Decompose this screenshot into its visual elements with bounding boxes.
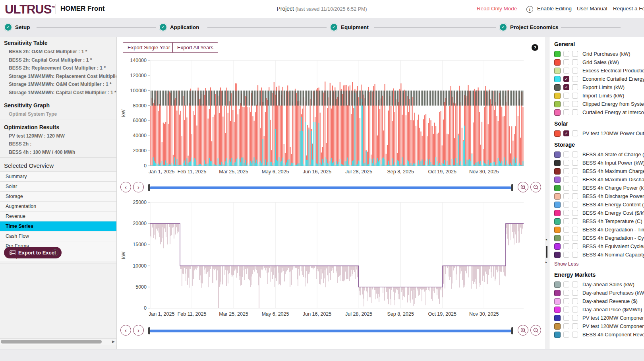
- series-checkbox-2[interactable]: [572, 227, 578, 233]
- series-checkbox-2[interactable]: [572, 177, 578, 182]
- series-checkbox-2[interactable]: [572, 290, 578, 296]
- sidebar-item-cash-flow[interactable]: Cash Flow: [0, 231, 116, 241]
- series-checkbox-2[interactable]: [572, 218, 578, 224]
- range-slider-right-handle[interactable]: [511, 327, 513, 334]
- series-checkbox-1[interactable]: [563, 109, 569, 115]
- range-slider-track[interactable]: [150, 186, 511, 189]
- series-checkbox-2[interactable]: [572, 323, 578, 329]
- series-checkbox-1[interactable]: [563, 210, 569, 216]
- step-project-economics[interactable]: Project Economics: [510, 24, 559, 30]
- sidebar-item-augmentation[interactable]: Augmentation: [0, 201, 116, 211]
- series-checkbox-2[interactable]: [572, 315, 578, 321]
- sidebar-horizontal-scrollbar[interactable]: ▶: [0, 338, 116, 345]
- series-checkbox-2[interactable]: [572, 210, 578, 216]
- series-checkbox-2[interactable]: [572, 243, 578, 249]
- splitter-right-arrow-icon[interactable]: ▸: [545, 260, 547, 264]
- sidebar-section-item[interactable]: BESS 2h :: [0, 140, 116, 148]
- step-equipment[interactable]: Equipment: [341, 24, 369, 30]
- sidebar-section-item[interactable]: BESS 2h: Capital Cost Multiplier : 1 *: [0, 56, 116, 64]
- zoom-out-button[interactable]: [530, 182, 541, 192]
- series-checkbox-1[interactable]: [563, 315, 569, 321]
- series-checkbox-2[interactable]: [572, 130, 578, 136]
- series-checkbox-1[interactable]: [563, 290, 569, 296]
- sidebar-item-revenue[interactable]: Revenue: [0, 211, 116, 221]
- help-icon[interactable]: ?: [532, 44, 538, 51]
- series-checkbox-1[interactable]: [563, 193, 569, 199]
- sidebar-section-item[interactable]: BESS 2h: Replacement Cost Multiplier : 1…: [0, 64, 116, 72]
- show-less-link[interactable]: Show Less: [554, 261, 578, 267]
- series-checkbox-2[interactable]: [572, 298, 578, 304]
- series-checkbox-2[interactable]: [572, 332, 578, 338]
- pan-right-button[interactable]: ›: [133, 325, 144, 336]
- scrollbar-right-arrow-icon[interactable]: ▶: [112, 340, 115, 344]
- series-checkbox-2[interactable]: [572, 84, 578, 90]
- sidebar-item-solar[interactable]: Solar: [0, 181, 116, 191]
- scrollbar-thumb[interactable]: [1, 340, 102, 344]
- series-checkbox-1[interactable]: ✓: [563, 130, 569, 136]
- series-checkbox-1[interactable]: ✓: [563, 84, 569, 90]
- series-checkbox-1[interactable]: [563, 298, 569, 304]
- series-checkbox-2[interactable]: [572, 151, 578, 157]
- series-checkbox-2[interactable]: [572, 160, 578, 166]
- export-info-icon[interactable]: i: [52, 249, 58, 256]
- range-slider-right-handle[interactable]: [511, 184, 513, 191]
- sidebar-section-item[interactable]: Storage 1MW4MWh: O&M Cost Multiplier : 1…: [0, 80, 116, 89]
- series-checkbox-1[interactable]: [563, 332, 569, 338]
- series-checkbox-1[interactable]: [563, 202, 569, 208]
- series-checkbox-1[interactable]: [563, 281, 569, 287]
- series-checkbox-1[interactable]: [563, 218, 569, 224]
- sidebar-item-storage[interactable]: Storage: [0, 191, 116, 201]
- step-setup[interactable]: Setup: [15, 24, 30, 30]
- series-checkbox-2[interactable]: [572, 202, 578, 208]
- splitter-handle[interactable]: [546, 246, 547, 258]
- series-checkbox-1[interactable]: [563, 68, 569, 74]
- series-checkbox-1[interactable]: [563, 307, 569, 312]
- series-checkbox-1[interactable]: [563, 243, 569, 249]
- sidebar-section-item[interactable]: Storage 1MW4MWh: Capital Cost Multiplier…: [0, 89, 116, 97]
- enable-editing-link[interactable]: Enable Editing: [537, 6, 572, 12]
- series-checkbox-2[interactable]: [572, 185, 578, 191]
- series-checkbox-1[interactable]: ✓: [563, 76, 569, 82]
- upper-time-series-chart[interactable]: Jan 1, 2025Feb 11, 2025Mar 25, 2025May 6…: [117, 56, 542, 180]
- user-manual-link[interactable]: User Manual: [577, 6, 607, 12]
- range-slider-track[interactable]: [150, 330, 511, 332]
- series-checkbox-1[interactable]: [563, 252, 569, 258]
- range-slider-left-handle[interactable]: [148, 184, 150, 191]
- series-checkbox-2[interactable]: [572, 76, 578, 82]
- series-checkbox-2[interactable]: [572, 193, 578, 199]
- series-checkbox-2[interactable]: [572, 68, 578, 74]
- panel-splitter[interactable]: ◂ ▸: [545, 37, 549, 361]
- series-checkbox-1[interactable]: [563, 51, 569, 57]
- request-feature-link[interactable]: Request a Feature: [613, 6, 644, 12]
- series-checkbox-1[interactable]: [563, 151, 569, 157]
- series-checkbox-2[interactable]: [572, 168, 578, 174]
- series-checkbox-1[interactable]: [563, 323, 569, 329]
- sidebar-section-item[interactable]: Optimal System Type: [0, 110, 116, 118]
- sidebar-item-summary[interactable]: Summary: [0, 171, 116, 181]
- series-checkbox-1[interactable]: [563, 227, 569, 233]
- series-checkbox-1[interactable]: [563, 160, 569, 166]
- pan-left-button[interactable]: ‹: [120, 325, 131, 336]
- sidebar-section-item[interactable]: PV test 120MW : 120 MW: [0, 132, 116, 140]
- series-checkbox-2[interactable]: [572, 109, 578, 115]
- splitter-left-arrow-icon[interactable]: ◂: [545, 238, 547, 241]
- range-slider-left-handle[interactable]: [148, 327, 150, 334]
- series-checkbox-2[interactable]: [572, 51, 578, 57]
- series-checkbox-2[interactable]: [572, 93, 578, 99]
- pan-left-button[interactable]: ‹: [120, 182, 131, 192]
- zoom-out-button[interactable]: [530, 325, 541, 336]
- export-single-year-button[interactable]: Export Single Year: [123, 42, 175, 53]
- series-checkbox-2[interactable]: [572, 252, 578, 258]
- zoom-in-button[interactable]: [518, 325, 528, 336]
- series-checkbox-2[interactable]: [572, 101, 578, 107]
- series-checkbox-2[interactable]: [572, 235, 578, 241]
- series-checkbox-1[interactable]: [563, 101, 569, 107]
- pan-right-button[interactable]: ›: [133, 182, 144, 192]
- sidebar-section-item[interactable]: BESS 2h: O&M Cost Multiplier : 1 *: [0, 48, 116, 56]
- read-only-info-icon[interactable]: i: [526, 6, 533, 13]
- series-checkbox-1[interactable]: [563, 168, 569, 174]
- series-checkbox-2[interactable]: [572, 281, 578, 287]
- sidebar-section-item[interactable]: BESS 4h : 100 MW / 400 MWh: [0, 148, 116, 157]
- series-checkbox-1[interactable]: [563, 59, 569, 65]
- sidebar-item-time-series[interactable]: Time Series: [0, 221, 116, 231]
